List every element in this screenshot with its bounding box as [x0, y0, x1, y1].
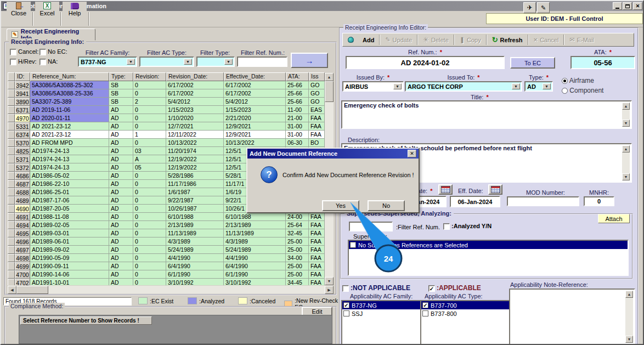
scroll-up-icon[interactable]: ▲	[325, 73, 334, 81]
table-row[interactable]: 5331AD 2021-23-12AD012/7/202112/9/202131…	[8, 122, 334, 131]
table-row[interactable]: 4696AD1989-06-01AD04/3/19894/3/198925-00…	[8, 237, 334, 246]
to-ec-button[interactable]: To EC	[510, 57, 555, 69]
title-textarea[interactable]: Emergency check of bolts ▲▼	[341, 100, 632, 129]
table-row[interactable]: 39425A3086/5A3088-25-302SB06/17/20026/17…	[8, 81, 334, 89]
table-row[interactable]: 5370AD FROM MPDAD010/13/202210/13/202206…	[8, 139, 334, 147]
scroll-left-icon[interactable]: ◀	[8, 286, 16, 294]
attach-button[interactable]: Attach	[598, 214, 630, 223]
table-row[interactable]: 4700AD1990-14-06AD06/1/19906/1/199025-00…	[8, 270, 334, 279]
scrollbar-thumb[interactable]	[325, 81, 334, 102]
scroll-down-icon[interactable]: ▼	[625, 336, 633, 343]
minimize-button[interactable]	[613, 2, 622, 10]
scroll-up-icon[interactable]: ▲	[625, 291, 633, 298]
supersedes-filter-input[interactable]	[349, 222, 393, 231]
checkbox-icon[interactable]	[422, 302, 428, 308]
chevron-down-icon[interactable]: ▼	[224, 59, 233, 65]
scroll-up-icon[interactable]: ▲	[622, 103, 630, 110]
checkbox-icon[interactable]	[343, 310, 349, 316]
email-button[interactable]: ✉E-Mail	[566, 34, 597, 46]
eff-date-calendar-button[interactable]	[488, 184, 502, 195]
component-radio[interactable]: Component	[562, 87, 603, 94]
col-header-effective-date[interactable]: Effective_Date:	[224, 72, 286, 81]
close-button[interactable]: Close	[7, 2, 31, 17]
add-button[interactable]: Add	[359, 34, 378, 46]
table-row[interactable]: 4691AD1988-11-08AD06/10/19886/10/198824-…	[8, 213, 334, 221]
checkbox-icon[interactable]	[39, 49, 46, 55]
scroll-right-icon[interactable]: ▶	[325, 286, 334, 294]
ref-num-input[interactable]: AD 2024-01-02	[346, 56, 505, 69]
table-row[interactable]: 4697AD1989-09-02AD05/24/19895/24/198925-…	[8, 246, 334, 254]
not-applicable-checkbox[interactable]: :NOT APPLICABLE	[342, 284, 410, 292]
checkbox-icon[interactable]	[10, 49, 16, 55]
type-select[interactable]: AD▼	[524, 81, 553, 92]
dialog-close-icon[interactable]: ✕	[408, 150, 416, 157]
grid-horizontal-scrollbar[interactable]: ◀ ▶	[8, 286, 334, 294]
table-row[interactable]: 6374AD 2021-23-12AD112/11/202212/9/20213…	[8, 131, 334, 139]
textarea-scrollbar[interactable]: ▲▼	[625, 291, 633, 343]
no-button[interactable]: No	[368, 200, 405, 211]
delete-button[interactable]: ✳Delete	[419, 34, 453, 46]
cancel-button[interactable]: ×Cancel	[530, 34, 563, 46]
chevron-down-icon[interactable]: ▼	[512, 83, 520, 89]
list-item[interactable]: No Supersedes References are Selected	[349, 241, 628, 249]
table-row[interactable]: 4695AD1989-03-01AD011/13/198911/13/19893…	[8, 229, 334, 237]
col-header-revision-date[interactable]: Revision_Date:	[166, 72, 224, 81]
yes-button[interactable]: Yes	[322, 200, 359, 211]
checkbox-icon[interactable]	[350, 242, 356, 248]
list-item[interactable]: B737-800	[421, 309, 517, 318]
list-item[interactable]: SSJ	[342, 309, 421, 318]
scrollbar-thumb[interactable]	[16, 286, 48, 294]
scroll-down-icon[interactable]: ▼	[622, 120, 630, 127]
mnhr-input[interactable]: 0	[584, 196, 614, 206]
col-header-reference-num[interactable]: Reference_Num:	[30, 72, 109, 81]
checkbox-icon[interactable]	[39, 59, 46, 65]
filter-ac-type-select[interactable]: ▼	[139, 56, 194, 67]
close-window-button[interactable]: ✕	[633, 2, 642, 10]
restore-button[interactable]	[623, 2, 632, 10]
rev-date-calendar-button[interactable]	[438, 184, 453, 195]
col-header-id[interactable]: ID:	[15, 72, 30, 81]
checkbox-icon[interactable]	[343, 302, 349, 308]
mod-number-input[interactable]	[507, 196, 579, 206]
filter-ref-num-input[interactable]	[237, 56, 287, 67]
radio-icon[interactable]	[562, 88, 568, 94]
cancel-filter-checkbox[interactable]: Cancel:	[10, 48, 38, 55]
copy-button[interactable]: ❚Copy	[456, 34, 485, 46]
airplane-button[interactable]: ✈	[523, 2, 536, 13]
col-header-ata[interactable]: ATA:	[286, 72, 309, 81]
table-row[interactable]: 4702AD1991-10-01AD03/10/19923/10/199234-…	[8, 279, 334, 285]
airframe-radio[interactable]: Airframe	[562, 77, 594, 84]
chevron-down-icon[interactable]: ▼	[393, 83, 402, 89]
refresh-button[interactable]: ↻Refresh	[488, 34, 527, 46]
h-rev-filter-checkbox[interactable]: H/Rev:	[10, 58, 37, 65]
scroll-down-icon[interactable]: ▼	[622, 173, 630, 180]
compose-note-button[interactable]: ✎	[537, 2, 550, 13]
filter-ac-family-select[interactable]: B737-NG ▼	[78, 56, 137, 67]
scroll-up-icon[interactable]: ▲	[622, 145, 630, 152]
ata-input[interactable]: 05-56	[570, 56, 635, 69]
checkbox-icon[interactable]	[443, 223, 450, 230]
col-header-iss[interactable]: Iss	[309, 72, 325, 81]
table-row[interactable]: 38905A3307-25-389SB25/4/20125/4/201225-6…	[8, 98, 334, 106]
textarea-scrollbar[interactable]: ▲▼	[622, 145, 630, 180]
issued-to-select[interactable]: ARGO TECH CORP▼	[405, 81, 522, 92]
table-row[interactable]: 4698AD1990-05-09AD04/4/19904/4/199034-00…	[8, 254, 334, 262]
checkbox-icon[interactable]	[342, 285, 349, 292]
help-button[interactable]: Help	[63, 2, 87, 17]
radio-icon[interactable]	[562, 78, 568, 84]
excel-button[interactable]: X Excel	[35, 2, 59, 17]
table-row[interactable]: 4970AD 2020-01-11AD01/10/20202/21/202021…	[8, 114, 334, 122]
chevron-down-icon[interactable]: ▼	[543, 83, 551, 89]
textarea-scrollbar[interactable]: ▲▼	[622, 103, 630, 127]
col-header-revision[interactable]: Revision:	[133, 72, 166, 81]
col-header-type[interactable]: Type:	[109, 72, 133, 81]
list-item[interactable]: B737-NG	[342, 301, 421, 309]
checkbox-icon[interactable]	[428, 285, 435, 292]
no-ec-filter-checkbox[interactable]: No EC:	[39, 48, 67, 55]
list-item[interactable]: B737-700	[421, 301, 517, 309]
table-row[interactable]: 39415A3086/5A3088-25-336SB06/17/20026/17…	[8, 89, 334, 98]
update-button[interactable]: ✎Update	[381, 34, 416, 46]
eff-date-input[interactable]: 06-Jan-2024	[450, 196, 500, 207]
na-filter-checkbox[interactable]: NA:	[39, 58, 58, 65]
scroll-down-icon[interactable]: ▼	[325, 277, 334, 285]
